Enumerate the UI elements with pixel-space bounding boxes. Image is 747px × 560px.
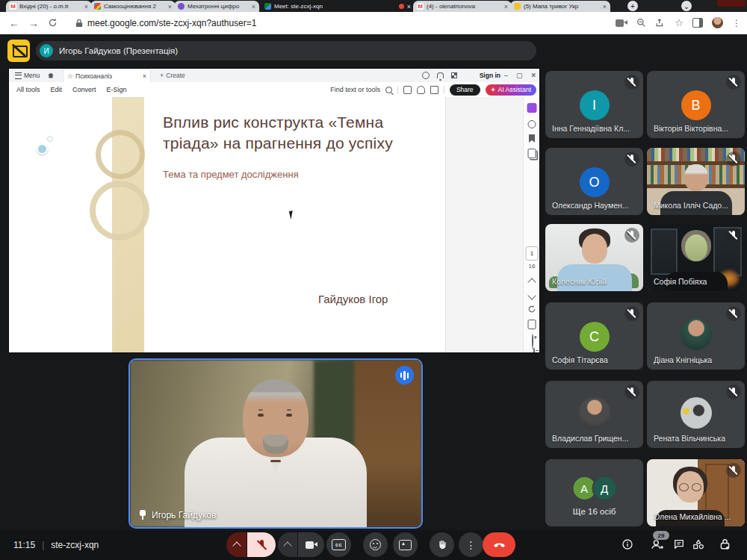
reload-icon[interactable] <box>48 18 58 28</box>
presentation-banner[interactable]: И Игорь Гайдуков (Презентація) <box>36 41 536 60</box>
tab-close-icon[interactable]: × <box>84 3 88 10</box>
zoom-out-icon[interactable] <box>636 18 646 28</box>
snapshot-icon[interactable] <box>403 86 412 94</box>
hamburger-icon <box>15 72 22 79</box>
esign-menu[interactable]: E-Sign <box>107 86 127 93</box>
participant-tile[interactable]: Софія Побіяха <box>647 224 745 291</box>
ai-assistant-button[interactable]: AI Assistant <box>486 84 536 96</box>
participant-tile[interactable]: С Софія Тітарєва <box>545 302 643 370</box>
notifications-icon[interactable] <box>437 72 444 78</box>
participant-tile[interactable]: Владислав Грищен... <box>545 381 643 448</box>
lock-icon[interactable] <box>75 19 83 28</box>
participant-tile[interactable]: Рената Вільчинська <box>647 381 745 448</box>
overflow-participants-tile[interactable]: А Д Ще 16 осіб <box>545 459 643 526</box>
sign-in-button[interactable]: Sign in <box>480 69 500 82</box>
camera-in-use-icon[interactable] <box>616 19 627 28</box>
raise-hand-button[interactable] <box>430 532 454 557</box>
new-tab-button[interactable]: + <box>627 1 638 11</box>
acrobat-share-button[interactable]: Share <box>450 84 480 96</box>
bookmark-star-icon[interactable]: ☆ <box>675 17 684 28</box>
back-icon[interactable]: ← <box>4 17 24 29</box>
gmail-icon <box>10 3 16 10</box>
tab-search-button[interactable]: ⌄ <box>681 1 692 11</box>
mic-options-button[interactable] <box>226 532 247 557</box>
pdf-viewport[interactable]: Вплив рис конструкта «Темна тріада» на п… <box>9 97 539 352</box>
page-thumbnails-icon[interactable] <box>528 149 536 158</box>
more-options-button[interactable]: ⋮ <box>459 532 483 557</box>
chat-button[interactable] <box>673 538 685 553</box>
presentation-indicator-badge[interactable] <box>7 40 30 62</box>
browser-tab-active-meet[interactable]: Meet: ste-zcxj-xqn × <box>261 1 415 12</box>
maximize-icon[interactable]: ▢ <box>516 72 523 79</box>
history-icon[interactable] <box>422 72 430 79</box>
avatar: С <box>580 322 610 352</box>
avatar: І <box>580 90 610 120</box>
acrobat-create-tab[interactable]: +Create <box>155 69 190 82</box>
fit-page-icon[interactable] <box>528 320 536 329</box>
clock-time: 11:15 <box>13 540 35 550</box>
browser-tab[interactable]: Самооцінювання 2 × <box>90 1 176 12</box>
participant-tile[interactable]: Олена Михайлівна ... <box>647 459 745 526</box>
edit-menu[interactable]: Edit <box>51 86 63 93</box>
host-controls-button[interactable] <box>719 538 731 553</box>
zoom-out-icon[interactable] <box>533 347 535 352</box>
print-icon[interactable] <box>430 86 438 94</box>
close-icon[interactable]: ✕ <box>530 72 536 79</box>
tab-close-icon[interactable]: × <box>603 3 607 10</box>
acrobat-menu-button[interactable]: Menu <box>15 69 40 82</box>
reactions-button[interactable] <box>363 532 388 557</box>
participant-tile[interactable]: О Олександр Наумен... <box>545 148 643 215</box>
browser-tab[interactable]: (5) Мапа тривог Укр × <box>510 1 610 12</box>
zoom-in-icon[interactable] <box>532 334 533 348</box>
browser-tab-bar: Вхідні (20) - o.m.tr × Самооцінювання 2 … <box>0 0 747 12</box>
ai-panel-icon[interactable] <box>527 103 537 113</box>
audio-level-indicator <box>395 366 414 385</box>
participant-tile[interactable]: Микола Ілліч Садо... <box>647 148 745 215</box>
tab-close-icon[interactable]: × <box>407 3 411 10</box>
share-icon[interactable] <box>655 18 666 28</box>
apps-grid-icon[interactable] <box>451 72 457 78</box>
side-panel-icon[interactable] <box>692 18 703 28</box>
activities-button[interactable] <box>692 538 705 553</box>
profile-avatar[interactable] <box>712 17 723 28</box>
tab-close-icon[interactable]: × <box>143 72 146 80</box>
page-number-input[interactable]: 1 <box>526 246 539 261</box>
rotate-page-icon[interactable] <box>527 305 536 314</box>
acrobat-home-button[interactable] <box>48 69 54 82</box>
captions-button[interactable]: cc <box>326 532 351 557</box>
browser-tab[interactable]: (4) - olenatrionova × <box>413 1 512 12</box>
minimize-icon[interactable]: – <box>504 72 508 79</box>
url-text[interactable]: meet.google.com/ste-zcxj-xqn?authuser=1 <box>87 18 256 28</box>
slide-decor-band <box>112 97 144 352</box>
tab-close-icon[interactable]: × <box>252 3 255 10</box>
end-call-button[interactable] <box>483 532 515 557</box>
participant-tile[interactable]: В Вікторія Вікторівна... <box>647 71 745 138</box>
mic-mute-button[interactable] <box>247 532 276 557</box>
convert-menu[interactable]: Convert <box>72 86 96 93</box>
tab-close-icon[interactable]: × <box>168 3 172 10</box>
bookmarks-icon[interactable] <box>529 134 535 143</box>
meeting-details-button[interactable] <box>622 538 633 553</box>
participant-tile[interactable]: І Інна Геннадіївна Кл... <box>545 71 643 138</box>
next-page-icon[interactable] <box>527 291 536 299</box>
previous-page-icon[interactable] <box>527 278 536 286</box>
comments-icon[interactable] <box>528 120 536 128</box>
present-button[interactable] <box>393 532 418 557</box>
find-field[interactable]: Find text or tools <box>330 86 380 93</box>
tab-close-icon[interactable]: × <box>504 3 508 10</box>
presenter-video-tile[interactable]: Игорь Гайдуков <box>128 358 423 529</box>
participant-tile[interactable]: Колесник Юрій <box>545 224 643 291</box>
show-people-button[interactable] <box>651 538 665 553</box>
all-tools-menu[interactable]: All tools <box>16 86 40 93</box>
acrobat-titlebar: Menu ☆ Психоаналіз × +Create Sign in – ▢… <box>9 69 539 82</box>
browser-tab[interactable]: Вхідні (20) - o.m.tr × <box>6 1 92 12</box>
browser-tab[interactable]: Мехатронні цифро × <box>174 1 259 12</box>
camera-options-button[interactable] <box>278 532 297 557</box>
cloud-upload-icon[interactable] <box>417 86 425 94</box>
forward-icon[interactable]: → <box>24 17 43 29</box>
participant-tile[interactable]: Діана Кнігніцька <box>647 302 745 370</box>
camera-toggle-button[interactable] <box>298 532 324 557</box>
acrobat-document-tab[interactable]: ☆ Психоаналіз × <box>63 69 151 82</box>
search-icon[interactable] <box>385 87 392 93</box>
chrome-menu-icon[interactable]: ⋮ <box>732 18 741 28</box>
